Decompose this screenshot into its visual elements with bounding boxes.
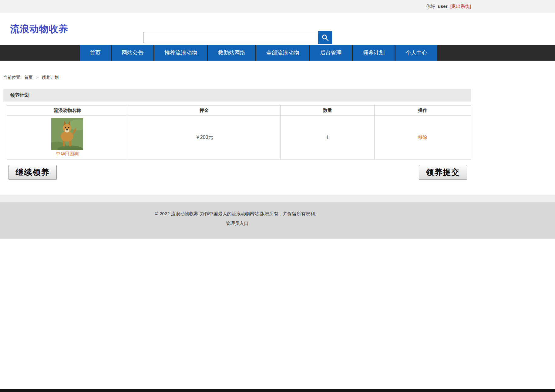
topbar: 你好 user [退出系统] [0,0,555,13]
nav-item-announcements[interactable]: 网站公告 [112,45,153,61]
submit-adoption-button[interactable]: 领养提交 [419,165,467,180]
nav-item-all-animals[interactable]: 全部流浪动物 [256,45,309,61]
actions-bar: 继续领养 领养提交 [3,165,471,180]
action-cell: 移除 [375,116,471,159]
nav-item-home[interactable]: 首页 [80,45,111,61]
logout-link[interactable]: [退出系统] [450,4,471,9]
breadcrumb-current: 领养计划 [42,75,59,80]
quantity-cell: 1 [281,116,375,159]
breadcrumb: 当前位置: 首页 > 领养计划 [0,75,474,80]
search-button[interactable] [318,31,332,44]
nav-item-personal-center[interactable]: 个人中心 [395,45,437,61]
remove-link[interactable]: 移除 [418,135,427,140]
table-header-row: 流浪动物名称 押金 数量 操作 [7,106,471,116]
panel-title: 领养计划 [3,89,471,102]
animal-name-link[interactable]: 中华田园狗 [7,151,127,157]
col-header-quantity: 数量 [281,106,375,116]
site-logo[interactable]: 流浪动物收养 [10,23,68,35]
breadcrumb-separator: > [36,75,39,80]
search-input[interactable] [143,32,318,43]
search-icon [321,34,329,42]
site-header: 流浪动物收养 [0,13,555,45]
main-content: 领养计划 流浪动物名称 押金 数量 操作 [0,89,474,195]
copyright-text: © 2022 流浪动物收养-力作中国最大的流浪动物网站 版权所有，并保留所有权利… [3,211,471,217]
col-header-animal-name: 流浪动物名称 [7,106,128,116]
breadcrumb-home-link[interactable]: 首页 [24,75,33,80]
search-box [143,31,332,44]
nav-item-rescue-network[interactable]: 救助站网络 [208,45,255,61]
adoption-table: 流浪动物名称 押金 数量 操作 [7,105,471,159]
continue-adoption-button[interactable]: 继续领养 [8,165,57,180]
admin-entry-link[interactable]: 管理员入口 [226,221,249,226]
bottom-bar [0,389,555,392]
table-row: 中华田园狗 ￥200元 1 移除 [7,116,471,159]
main-nav: 首页 网站公告 推荐流浪动物 救助站网络 全部流浪动物 后台管理 领养计划 个人… [0,45,555,61]
nav-item-adoption-plan[interactable]: 领养计划 [353,45,395,61]
col-header-deposit: 押金 [128,106,281,116]
breadcrumb-prefix: 当前位置: [3,75,22,80]
col-header-action: 操作 [375,106,471,116]
deposit-cell: ￥200元 [128,116,281,159]
animal-cell: 中华田园狗 [7,116,128,159]
site-footer: © 2022 流浪动物收养-力作中国最大的流浪动物网站 版权所有，并保留所有权利… [0,202,555,239]
nav-item-recommended-animals[interactable]: 推荐流浪动物 [154,45,207,61]
nav-item-admin[interactable]: 后台管理 [310,45,352,61]
username: user [438,4,448,9]
pre-footer-strip [0,195,555,202]
dog-photo[interactable] [51,118,83,150]
greeting-text: 你好 [426,4,435,9]
